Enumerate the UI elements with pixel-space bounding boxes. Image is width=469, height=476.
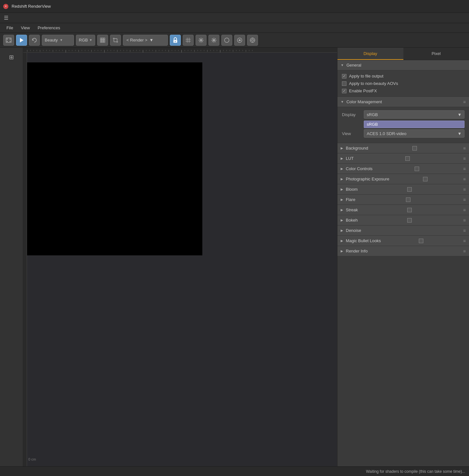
section-label-1: LUT [346,156,354,161]
section-label-10: Render Info [346,249,368,253]
close-button[interactable]: × [3,4,8,9]
circle-button[interactable] [221,35,232,46]
section-denoise: ▶Denoise≡ [337,225,469,236]
section-checkbox-9[interactable] [419,239,423,243]
section-checkbox-0[interactable] [412,146,417,151]
section-menu-icon-5[interactable]: ≡ [463,197,466,202]
circle-arrow-button[interactable] [234,35,245,46]
display-value: sRGB [367,112,378,117]
svg-rect-2 [10,39,11,40]
film-button[interactable] [3,35,14,46]
lock-button[interactable] [170,35,181,46]
section-streak: ▶Streak≡ [337,205,469,215]
section-arrow-icon-2: ▶ [341,167,343,170]
section-arrow-icon-3: ▶ [341,177,343,181]
apply-file-output-checkbox[interactable]: ✓ [342,74,346,78]
section-header-4[interactable]: ▶Bloom≡ [337,184,469,195]
rgb-button[interactable]: RGB ▼ [76,35,95,46]
play-button[interactable] [16,35,27,46]
apply-file-output-row: ✓ Apply to file output [342,74,464,78]
section-menu-icon-6[interactable]: ≡ [463,207,466,213]
svg-rect-14 [104,41,105,42]
grid2-button[interactable] [183,35,194,46]
srgb-option-row: sRGB [342,121,464,128]
section-menu-icon-2[interactable]: ≡ [463,166,466,171]
color-mgmt-section-header[interactable]: ▼ Color Management ≡ [337,97,469,107]
section-menu-icon-8[interactable]: ≡ [463,228,466,233]
tab-display-label: Display [363,51,377,56]
section-color-controls: ▶Color Controls≡ [337,164,469,174]
svg-rect-11 [104,40,105,41]
view-dropdown[interactable]: ACES 1.0 SDR-video ▼ [364,129,464,138]
srgb-option[interactable]: sRGB [364,121,464,128]
section-menu-icon-1[interactable]: ≡ [463,156,466,161]
color-mgmt-menu-icon[interactable]: ≡ [463,99,466,105]
rgb-arrow-icon: ▼ [89,38,92,42]
svg-point-20 [175,41,176,42]
general-section-header[interactable]: ▼ General [337,60,469,70]
svg-marker-36 [239,39,241,41]
target-button[interactable] [247,35,258,46]
section-checkbox-7[interactable] [407,218,412,223]
window-title: Redshift RenderView [12,4,51,9]
section-checkbox-6[interactable] [407,208,412,212]
section-arrow-icon-8: ▶ [341,229,343,232]
tab-pixel[interactable]: Pixel [403,48,469,60]
apply-non-beauty-checkbox[interactable] [342,81,346,86]
section-header-0[interactable]: ▶Background≡ [337,143,469,153]
section-header-3[interactable]: ▶Photographic Exposure≡ [337,174,469,184]
section-arrow-icon-9: ▶ [341,239,343,243]
section-checkbox-1[interactable] [405,156,410,161]
section-header-2[interactable]: ▶Color Controls≡ [337,164,469,174]
section-menu-icon-10[interactable]: ≡ [463,249,466,254]
section-checkbox-5[interactable] [406,197,410,202]
grid-button[interactable] [97,35,108,46]
section-header-8[interactable]: ▶Denoise≡ [337,225,469,236]
hamburger-bar: ☰ [0,13,469,23]
ruler-top [23,48,337,53]
view-dropdown-arrow-icon: ▼ [457,131,462,136]
svg-rect-3 [7,41,8,42]
render-viewport[interactable]: 0 cm [27,53,337,466]
section-menu-icon-0[interactable]: ≡ [463,146,466,151]
beauty-dropdown[interactable]: Beauty ▼ [42,35,74,46]
section-menu-icon-4[interactable]: ≡ [463,187,466,192]
snowflake2-button[interactable] [208,35,219,46]
render-area: 0 cm [23,48,337,466]
crop-button[interactable] [110,35,121,46]
menu-bar: File View Preferences [0,23,469,33]
section-checkbox-3[interactable] [423,177,428,181]
section-menu-icon-3[interactable]: ≡ [463,177,466,182]
snowflake-button[interactable] [196,35,207,46]
section-arrow-icon-1: ▶ [341,157,343,160]
svg-rect-8 [104,38,105,39]
display-dropdown[interactable]: sRGB ▼ [364,110,464,119]
panel-content[interactable]: ▼ General ✓ Apply to file output Apply t… [337,60,469,466]
display-dropdown-arrow-icon: ▼ [457,112,462,117]
srgb-option-list: sRGB [364,121,464,128]
section-checkbox-2[interactable] [415,167,419,171]
section-header-5[interactable]: ▶Flare≡ [337,195,469,205]
tab-display[interactable]: Display [337,48,403,60]
beauty-arrow-icon: ▼ [60,38,63,42]
section-header-9[interactable]: ▶Magic Bullet Looks≡ [337,236,469,246]
section-label-3: Photographic Exposure [346,177,389,181]
section-checkbox-4[interactable] [407,187,412,192]
menu-view[interactable]: View [18,24,33,31]
section-header-7[interactable]: ▶Bokeh≡ [337,215,469,225]
hamburger-icon[interactable]: ☰ [4,15,8,21]
refresh-button[interactable] [29,35,40,46]
section-label-9: Magic Bullet Looks [346,238,381,243]
sidebar-icon-1[interactable]: ⊞ [5,51,18,64]
menu-preferences[interactable]: Preferences [34,24,63,31]
svg-marker-5 [20,38,23,42]
enable-postfx-checkbox[interactable]: ✓ [342,89,346,93]
enable-postfx-label: Enable PostFX [349,88,377,93]
section-header-1[interactable]: ▶LUT≡ [337,153,469,164]
section-header-6[interactable]: ▶Streak≡ [337,205,469,215]
menu-file[interactable]: File [3,24,16,31]
section-menu-icon-7[interactable]: ≡ [463,218,466,223]
section-header-10[interactable]: ▶Render Info≡ [337,246,469,256]
section-menu-icon-9[interactable]: ≡ [463,238,466,243]
render-dropdown[interactable]: < Render > ▼ [123,35,168,46]
